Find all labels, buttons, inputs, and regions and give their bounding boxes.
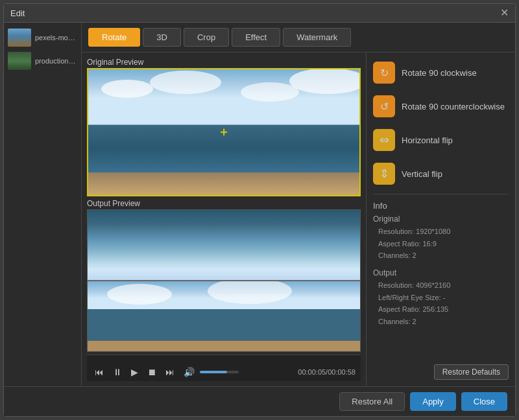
original-info-title: Original (373, 215, 509, 224)
original-resolution: Resolution: 1920*1080 (373, 226, 509, 238)
apply-button[interactable]: Apply (410, 392, 456, 411)
original-label: Original Preview (87, 58, 361, 67)
svg-rect-10 (88, 309, 360, 341)
rotate-cw-label: Rotate 90 clockwise (402, 68, 477, 78)
stop-button[interactable]: ⏹ (145, 366, 159, 379)
file-thumb-1 (8, 29, 31, 47)
svg-point-8 (107, 284, 172, 305)
tab-3d[interactable]: 3D (143, 28, 181, 47)
volume-area: 🔊 (181, 366, 239, 379)
output-bottom-svg (88, 281, 360, 351)
play-button[interactable]: ▶ (128, 366, 141, 379)
work-area: Original Preview (82, 52, 515, 386)
output-eye-size: Left/Right Eye Size: - (373, 292, 509, 304)
volume-bar[interactable] (200, 371, 239, 373)
tab-effect[interactable]: Effect (232, 28, 280, 47)
file-name-1: pexels-movie... (35, 34, 77, 41)
svg-rect-6 (88, 172, 359, 195)
file-list: pexels-movie... production_id... (4, 23, 82, 386)
flip-h-icon: ⇔ (373, 129, 395, 151)
output-info-title: Output (373, 268, 509, 277)
file-thumb-2 (8, 52, 31, 70)
info-section: Info Original Resolution: 1920*1080 Aspe… (373, 194, 509, 334)
controls-row: ⏮ ⏸ ▶ ⏹ ⏭ 🔊 00:00:05/00:00:58 (92, 366, 356, 379)
output-label: Output Preview (87, 199, 361, 208)
rotate-ccw-label: Rotate 90 counterclockwise (402, 102, 505, 111)
flip-v-icon: ⇕ (373, 163, 395, 185)
restore-defaults-button[interactable]: Restore Defaults (434, 364, 509, 380)
output-aspect: Aspect Ratio: 256:135 (373, 303, 509, 316)
original-preview-box: + (87, 68, 361, 196)
output-bottom (88, 281, 360, 351)
restore-all-button[interactable]: Restore All (339, 392, 405, 411)
rotate-ccw-icon: ↺ (373, 95, 395, 117)
play-pause-button[interactable]: ⏸ (110, 366, 125, 379)
tab-bar: Rotate 3D Crop Effect Watermark (82, 23, 515, 52)
flip-h-button[interactable]: ⇔ Horizontal flip (373, 126, 509, 154)
output-top-svg (88, 210, 360, 280)
original-aspect: Aspect Ratio: 16:9 (373, 238, 509, 250)
right-panel: ↻ Rotate 90 clockwise ↺ Rotate 90 counte… (366, 52, 515, 386)
tab-watermark[interactable]: Watermark (283, 28, 351, 47)
file-item-2[interactable]: production_id... (4, 49, 81, 73)
rotate-ccw-button[interactable]: ↺ Rotate 90 counterclockwise (373, 93, 509, 120)
title-bar: Edit ✕ (4, 4, 515, 23)
volume-fill (200, 371, 227, 373)
main-area: Rotate 3D Crop Effect Watermark Original… (82, 23, 515, 386)
player-controls: ⏮ ⏸ ▶ ⏹ ⏭ 🔊 00:00:05/00:00:58 (87, 355, 361, 381)
content-area: pexels-movie... production_id... Rotate … (4, 23, 515, 386)
flip-v-label: Vertical flip (402, 169, 442, 179)
time-display: 00:00:05/00:00:58 (298, 368, 356, 376)
output-channels: Channels: 2 (373, 316, 509, 328)
original-preview-section: Original Preview (87, 58, 361, 196)
close-button[interactable]: Close (461, 392, 507, 411)
output-top (88, 210, 360, 280)
original-channels: Channels: 2 (373, 250, 509, 262)
flip-v-button[interactable]: ⇕ Vertical flip (373, 160, 509, 187)
edit-dialog: Edit ✕ pexels-movie... production_id... … (3, 3, 516, 417)
volume-icon[interactable]: 🔊 (181, 366, 197, 379)
svg-point-2 (150, 71, 221, 94)
svg-point-3 (241, 82, 299, 102)
output-preview-box (87, 209, 361, 352)
svg-point-1 (101, 80, 153, 98)
preview-area: Original Preview (82, 52, 366, 386)
output-info: Output Resolution: 4096*2160 Left/Right … (373, 268, 509, 328)
rotate-cw-button[interactable]: ↻ Rotate 90 clockwise (373, 59, 509, 86)
output-preview-section: Output Preview (87, 199, 361, 352)
skip-back-button[interactable]: ⏮ (92, 366, 106, 379)
rotate-cw-icon: ↻ (373, 62, 395, 84)
flip-h-label: Horizontal flip (402, 135, 453, 145)
file-name-2: production_id... (35, 57, 77, 65)
skip-forward-button[interactable]: ⏭ (163, 366, 177, 379)
output-video-container (88, 210, 360, 351)
dialog-title: Edit (10, 8, 25, 18)
original-info: Original Resolution: 1920*1080 Aspect Ra… (373, 215, 509, 262)
info-title: Info (373, 201, 509, 211)
tab-rotate[interactable]: Rotate (88, 28, 140, 47)
close-icon[interactable]: ✕ (500, 8, 509, 18)
bottom-bar: Restore All Apply Close (4, 386, 515, 416)
tab-crop[interactable]: Crop (184, 28, 229, 47)
output-resolution: Resolution: 4096*2160 (373, 279, 509, 292)
svg-rect-11 (88, 341, 360, 351)
crosshair: + (220, 125, 228, 140)
file-item-1[interactable]: pexels-movie... (4, 26, 81, 49)
